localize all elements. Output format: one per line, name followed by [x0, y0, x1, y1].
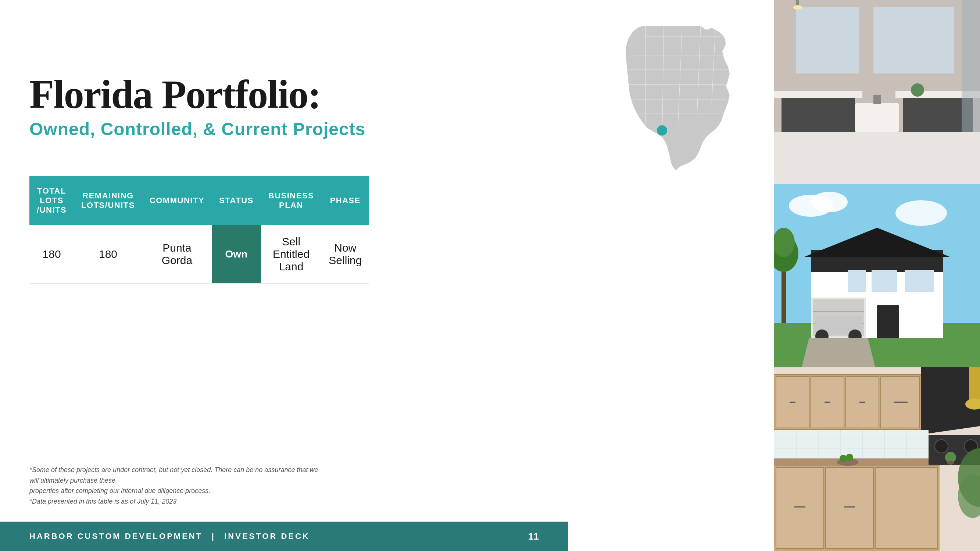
svg-rect-12 [774, 129, 980, 184]
cell-remaining-lots: 180 [74, 225, 142, 284]
col-header-remaining-line1: REMAINING [82, 191, 134, 200]
disclaimer-section: *Some of these projects are under contra… [29, 465, 323, 507]
svg-point-29 [896, 200, 947, 226]
col-header-remaining-line2: LOTS/UNITS [81, 200, 135, 210]
svg-point-87 [846, 454, 853, 461]
col-header-remaining-lots: REMAINING LOTS/UNITS [74, 176, 142, 225]
cell-total-lots: 180 [29, 225, 74, 284]
svg-point-23 [911, 83, 924, 97]
col-header-total-lots: TOTAL LOTS /UNITS [29, 176, 74, 225]
svg-rect-44 [848, 270, 866, 292]
svg-rect-20 [855, 103, 899, 132]
cell-phase: Now Selling [321, 225, 369, 284]
florida-map-svg [598, 18, 737, 173]
footer: HARBOR CUSTOM DEVELOPMENT | INVESTOR DEC… [0, 522, 568, 551]
col-header-business-plan-label: BUSINESS PLAN [268, 191, 314, 210]
svg-rect-18 [796, 7, 859, 73]
footer-left: HARBOR CUSTOM DEVELOPMENT | INVESTOR DEC… [29, 532, 310, 541]
map-location-dot [657, 125, 667, 135]
photo-house-exterior [774, 184, 980, 367]
col-header-status-label: STATUS [219, 196, 254, 205]
table-header-row: TOTAL LOTS /UNITS REMAINING LOTS/UNITS C… [29, 176, 369, 225]
svg-rect-73 [776, 468, 824, 548]
col-header-total-lots-line1: TOTAL LOTS [37, 186, 66, 205]
disclaimer-line2: properties after completing our internal… [29, 486, 323, 496]
col-header-phase: PHASE [321, 176, 369, 225]
florida-map-area [598, 18, 737, 173]
left-panel: Florida Portfolio: Owned, Controlled, & … [0, 0, 774, 551]
svg-rect-16 [774, 91, 862, 98]
photo-bathroom [774, 0, 980, 184]
svg-rect-43 [905, 270, 934, 292]
cell-status: Own [212, 225, 261, 284]
svg-rect-42 [872, 270, 897, 292]
svg-point-28 [811, 192, 848, 212]
data-table: TOTAL LOTS /UNITS REMAINING LOTS/UNITS C… [29, 176, 369, 284]
svg-point-79 [935, 440, 948, 453]
svg-marker-48 [802, 338, 875, 367]
svg-rect-75 [875, 468, 938, 548]
page-number: 11 [528, 531, 539, 542]
svg-point-82 [947, 461, 954, 465]
svg-rect-74 [826, 468, 873, 548]
svg-rect-21 [873, 95, 881, 104]
col-header-phase-label: PHASE [330, 196, 361, 205]
cell-business-plan: Sell Entitled Land [261, 225, 321, 284]
footer-company: HARBOR CUSTOM DEVELOPMENT [29, 532, 202, 541]
disclaimer-line3: *Data presented in this table is as of J… [29, 496, 323, 507]
disclaimer-line1: *Some of these projects are under contra… [29, 465, 323, 486]
svg-rect-22 [962, 0, 980, 132]
col-header-total-lots-line2: /UNITS [37, 205, 67, 214]
svg-rect-14 [781, 95, 855, 132]
footer-deck: INVESTOR DECK [224, 532, 310, 541]
svg-point-86 [840, 455, 847, 462]
main-layout: Florida Portfolio: Owned, Controlled, & … [0, 0, 980, 551]
photo-kitchen [774, 367, 980, 551]
svg-rect-41 [877, 305, 899, 338]
col-header-status: STATUS [212, 176, 261, 225]
col-header-community-label: COMMUNITY [150, 196, 204, 205]
svg-rect-19 [873, 7, 954, 73]
footer-separator: | [212, 532, 215, 541]
cell-community: Punta Gorda [142, 225, 212, 284]
table-row: 180 180 Punta Gorda Own Sell Entitled La… [29, 225, 369, 284]
table-body: 180 180 Punta Gorda Own Sell Entitled La… [29, 225, 369, 284]
svg-point-25 [793, 5, 802, 10]
col-header-business-plan: BUSINESS PLAN [261, 176, 321, 225]
table-section: TOTAL LOTS /UNITS REMAINING LOTS/UNITS C… [29, 176, 349, 284]
col-header-community: COMMUNITY [142, 176, 212, 225]
right-panel [774, 0, 980, 551]
